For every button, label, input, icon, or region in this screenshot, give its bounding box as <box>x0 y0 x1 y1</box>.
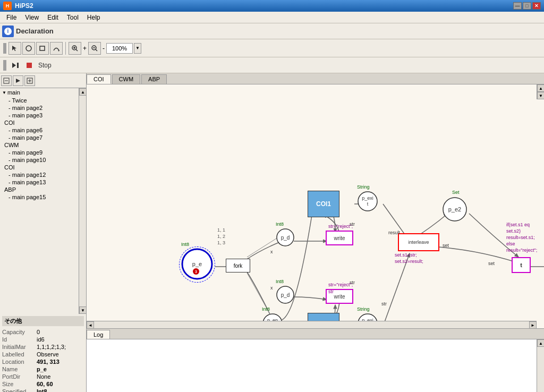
tree-item-mainpage6[interactable]: - main page6 <box>0 126 79 134</box>
prop-capacity: Capacity 0 <box>2 328 84 336</box>
label-str-bot2: str <box>381 301 387 306</box>
diagram-vscroll[interactable]: ▲ ▼ <box>537 84 544 99</box>
menu-tool[interactable]: Tool <box>63 13 83 22</box>
prop-location: Location 491, 313 <box>2 358 84 365</box>
menu-view[interactable]: View <box>21 13 43 22</box>
menu-edit[interactable]: Edit <box>43 13 63 22</box>
prop-value-specified: Int8 <box>37 388 47 392</box>
label-pe2-type: Set <box>452 190 460 195</box>
svg-line-5 <box>76 49 78 51</box>
tree-item-abp[interactable]: ABP <box>0 186 79 193</box>
expand-icon: ▼ <box>2 90 6 95</box>
place-pexit-top[interactable]: p_exi t <box>357 191 378 213</box>
log-scroll-up[interactable]: ▲ <box>537 339 544 347</box>
node-coi1[interactable]: COI1 <box>308 191 339 217</box>
minimize-button[interactable]: — <box>513 2 522 10</box>
svg-rect-12 <box>17 63 19 68</box>
log-vscroll[interactable]: ▲ ▼ <box>537 339 544 392</box>
log-area: Log ▲ ▼ ◄ ► <box>87 328 544 392</box>
label-pexit-bot-type: String <box>357 306 370 312</box>
node-fork[interactable]: fork <box>226 259 250 272</box>
tree-item-mainpage12[interactable]: - main page12 <box>0 171 79 178</box>
svg-rect-2 <box>40 46 45 50</box>
tab-log[interactable]: Log <box>87 330 110 339</box>
zoom-minus-label: - <box>103 45 105 52</box>
place-pe[interactable]: p_e 3 <box>181 248 213 280</box>
tree-item-mainpage7[interactable]: - main page7 <box>0 134 79 141</box>
tree-item-mainpage9[interactable]: - main page9 <box>0 149 79 156</box>
left-panel: ▼ main - Twice - main page2 - main page3… <box>0 73 87 392</box>
tree-btn3[interactable] <box>24 75 35 86</box>
diagram-scroll-up[interactable]: ▲ <box>537 84 544 92</box>
place-pe2[interactable]: p_e2 <box>441 196 468 224</box>
declaration-icon <box>2 25 14 37</box>
svg-line-9 <box>96 49 97 51</box>
main-layout: ▼ main - Twice - main page2 - main page3… <box>0 73 544 392</box>
step-button[interactable] <box>10 59 21 71</box>
label-x-top: x <box>270 249 273 254</box>
tree-scroll-down[interactable]: ▼ <box>79 306 86 314</box>
ellipse-tool-button[interactable] <box>22 42 35 55</box>
svg-rect-13 <box>27 63 32 68</box>
tree-btn2[interactable] <box>13 75 23 86</box>
tree-item-mainpage3[interactable]: - main page3 <box>0 112 79 119</box>
diagram-hscroll[interactable]: ◄ ► <box>87 321 537 328</box>
tree-toolbar <box>0 73 86 88</box>
titlebar: H HiPS2 — □ ✕ <box>0 0 544 12</box>
diagram-scroll-right[interactable]: ► <box>529 321 537 328</box>
tree-item-coi2[interactable]: COI <box>0 164 79 171</box>
tree-list: ▼ main - Twice - main page2 - main page3… <box>0 88 79 314</box>
prop-value-name: p_e <box>37 366 47 372</box>
select-tool-button[interactable] <box>8 42 21 55</box>
tab-coi[interactable]: COI <box>87 74 111 84</box>
prop-size: Size 60, 60 <box>2 380 84 388</box>
tree-scrollbar[interactable]: ▲ ▼ <box>79 88 86 314</box>
tree-item-mainpage13[interactable]: - main page13 <box>0 178 79 186</box>
tree-item-cwm[interactable]: CWM <box>0 141 79 149</box>
close-button[interactable]: ✕ <box>532 2 541 10</box>
label-x-bot: x <box>270 285 273 291</box>
zoom-in-button[interactable] <box>69 42 81 55</box>
label-set-in-interleave: set <box>488 261 495 266</box>
tree-scroll-up[interactable]: ▲ <box>79 88 86 96</box>
zoom-input[interactable] <box>106 43 133 54</box>
node-interleave[interactable]: interleave <box>398 233 439 251</box>
tree-item-coi1[interactable]: COI <box>0 119 79 126</box>
tree-item-mainpage10[interactable]: - main page10 <box>0 156 79 164</box>
diagram-scroll-down[interactable]: ▼ <box>537 92 544 99</box>
rectangle-tool-button[interactable] <box>36 42 49 55</box>
maximize-button[interactable]: □ <box>523 2 531 10</box>
log-content: ▲ ▼ ◄ ► <box>87 339 544 392</box>
place-pd-bot[interactable]: p_d <box>276 285 295 305</box>
menu-file[interactable]: File <box>2 13 21 22</box>
app-title: HiPS2 <box>15 2 33 10</box>
matrix-label: 1, 1 1, 2 1, 3 <box>217 227 225 246</box>
right-panel: COI CWM ABP <box>87 73 544 392</box>
toolbar-separator <box>65 42 66 55</box>
place-pd-top[interactable]: p_d <box>276 228 295 248</box>
node-t[interactable]: t <box>512 257 531 273</box>
zoom-out-button[interactable] <box>88 42 101 55</box>
tree-root-main[interactable]: ▼ main <box>0 88 79 97</box>
tab-abp[interactable]: ABP <box>141 74 167 84</box>
node-write-top[interactable]: write <box>326 231 353 245</box>
prop-label-id: Id <box>2 336 37 343</box>
stop-icon-button[interactable] <box>23 59 35 71</box>
tree-item-twice[interactable]: - Twice <box>0 97 79 104</box>
prop-specified: Specified Int8 <box>2 388 84 392</box>
tree-item-mainpage15[interactable]: - main page15 <box>0 193 79 201</box>
toolbar-grip <box>3 43 6 54</box>
label-pe-type: Int8 <box>181 242 189 247</box>
arc-tool-button[interactable] <box>50 42 63 55</box>
label-pd-bot-type: Int8 <box>276 279 284 284</box>
tree-item-mainpage2[interactable]: - main page2 <box>0 104 79 112</box>
prop-value-portdir: None <box>37 373 50 380</box>
prop-label-specified: Specified <box>2 388 37 392</box>
svg-text:p_d: p_d <box>281 292 290 298</box>
diagram-scroll-left[interactable]: ◄ <box>87 321 94 328</box>
tab-cwm[interactable]: CWM <box>112 74 141 84</box>
zoom-dropdown-button[interactable]: ▼ <box>134 43 141 54</box>
prop-initialmar: InitialMar 1,1;1,2;1,3; <box>2 343 84 351</box>
tree-btn1[interactable] <box>1 75 12 86</box>
menu-help[interactable]: Help <box>83 13 105 22</box>
